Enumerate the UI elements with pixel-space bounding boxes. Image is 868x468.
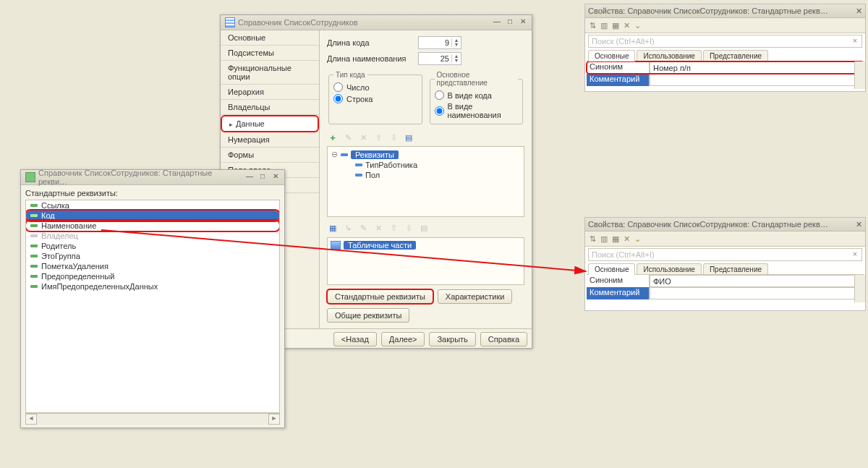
clear-icon[interactable]: ✕ — [624, 234, 630, 244]
edit-icon[interactable]: ✎ — [342, 132, 354, 143]
back-button[interactable]: <Назад — [333, 332, 377, 346]
synonym-value[interactable]: Номер п/п — [650, 61, 864, 74]
up-icon[interactable]: ⇧ — [388, 223, 399, 234]
radio-as-code[interactable]: В виде кода — [435, 90, 519, 100]
characteristics-button[interactable]: Характеристики — [438, 289, 513, 304]
minimize-button[interactable]: — — [491, 17, 503, 27]
sort-icon[interactable]: ⇅ — [590, 21, 596, 30]
row-synonym[interactable]: Синоним Номер п/п — [587, 61, 864, 74]
spinner-arrows[interactable]: ▲▼ — [451, 54, 461, 63]
down-icon[interactable]: ⇩ — [403, 223, 414, 234]
close-button[interactable]: ✕ — [270, 172, 281, 182]
h-scrollbar[interactable]: ◄ ► — [25, 413, 280, 425]
filter-icon[interactable]: ▥ — [600, 234, 608, 244]
prop-search[interactable]: Поиск (Ctrl+Alt+I) × — [588, 248, 862, 261]
tab-main[interactable]: Основные — [588, 263, 635, 275]
name-len-spinner[interactable]: 25 ▲▼ — [418, 52, 461, 65]
close-icon[interactable]: ✕ — [856, 220, 862, 229]
scroll-left-icon[interactable]: ◄ — [25, 414, 37, 425]
add-tabpart-icon[interactable]: ▦ — [327, 223, 339, 234]
row-synonym[interactable]: Синоним ФИО — [587, 275, 864, 287]
code-len-spinner[interactable]: 9 ▲▼ — [418, 36, 461, 49]
v-scrollbar[interactable] — [854, 61, 865, 89]
delete-icon[interactable]: ✕ — [373, 223, 384, 234]
tree-leaf[interactable]: ТипРаботника — [355, 161, 521, 169]
synonym-value[interactable]: ФИО — [650, 275, 864, 287]
scroll-right-icon[interactable]: ► — [268, 414, 280, 425]
next-button[interactable]: Далее> — [381, 332, 425, 346]
nav-item-funcopt[interactable]: Функциональные опции — [221, 61, 319, 85]
nav-item-numbering[interactable]: Нумерация — [221, 132, 319, 148]
edit-icon[interactable]: ✎ — [357, 223, 369, 234]
radio-as-name[interactable]: В виде наименования — [435, 102, 519, 119]
tab-usage[interactable]: Использование — [637, 50, 701, 61]
delete-icon[interactable]: ✕ — [357, 132, 369, 143]
close-button[interactable]: ✕ — [517, 17, 529, 27]
tree-leaf[interactable]: Пол — [355, 171, 521, 179]
v-scrollbar[interactable] — [854, 275, 865, 302]
spinner-arrows[interactable]: ▲▼ — [451, 38, 461, 47]
nav-item-data[interactable]: Данные — [221, 115, 319, 132]
clear-icon[interactable]: ✕ — [624, 21, 630, 30]
tree-minus-icon[interactable]: ⊖ — [331, 150, 338, 159]
list-item[interactable]: Ссылка — [26, 200, 279, 210]
nav-item-hierarchy[interactable]: Иерархия — [221, 85, 319, 100]
list-item[interactable]: ПометкаУдаления — [26, 261, 279, 271]
radio-string-input[interactable] — [333, 94, 343, 103]
chevron-down-icon[interactable]: ⌄ — [634, 234, 641, 244]
radio-number[interactable]: Число — [333, 82, 417, 92]
list-item[interactable]: Владелец — [26, 231, 279, 241]
minimize-button[interactable]: — — [244, 172, 255, 182]
sort-icon[interactable]: ⇅ — [590, 234, 596, 244]
tab-presentation[interactable]: Представление — [703, 263, 768, 275]
list-item[interactable]: ИмяПредопределенныхДанных — [26, 281, 279, 292]
left-titlebar[interactable]: Справочник СписокСотрудников: Стандартны… — [21, 170, 284, 185]
filter-icon[interactable]: ▥ — [600, 21, 608, 30]
chevron-down-icon[interactable]: ⌄ — [634, 21, 641, 30]
row-comment[interactable]: Комментарий — [587, 287, 864, 299]
std-attrs-list[interactable]: СсылкаКодНаименованиеВладелецРодительЭто… — [25, 200, 280, 413]
comment-value[interactable] — [650, 287, 864, 299]
main-titlebar[interactable]: Справочник СписокСотрудников — □ ✕ — [221, 15, 532, 30]
nav-item-owners[interactable]: Владельцы — [221, 100, 319, 115]
prop-titlebar[interactable]: Свойства: Справочник СписокСотрудников: … — [585, 218, 865, 231]
attrs-root-label[interactable]: Реквизиты — [351, 150, 399, 159]
list-item[interactable]: Код — [26, 210, 279, 221]
list-item[interactable]: Предопределенный — [26, 271, 279, 281]
prop-search[interactable]: Поиск (Ctrl+Alt+I) × — [588, 35, 862, 48]
tabparts-root-label[interactable]: Табличные части — [344, 241, 416, 250]
list-item[interactable]: Родитель — [26, 241, 279, 251]
row-comment[interactable]: Комментарий — [587, 74, 864, 86]
common-attrs-button[interactable]: Общие реквизиты — [327, 308, 409, 323]
close-icon[interactable]: ✕ — [856, 7, 862, 16]
search-clear-icon[interactable]: × — [850, 249, 860, 259]
tab-main[interactable]: Основные — [588, 50, 635, 61]
maximize-button[interactable]: □ — [257, 172, 268, 182]
add-icon[interactable]: + — [327, 132, 339, 143]
nav-item-subsystems[interactable]: Подсистемы — [221, 46, 319, 61]
nav-item-main[interactable]: Основные — [221, 30, 319, 46]
categories-icon[interactable]: ▦ — [612, 21, 619, 30]
help-button[interactable]: Справка — [480, 332, 527, 346]
close-button[interactable]: Закрыть — [429, 332, 475, 346]
radio-number-input[interactable] — [333, 82, 343, 92]
sort-icon[interactable]: ▤ — [403, 132, 414, 143]
list-item[interactable]: ЭтоГруппа — [26, 251, 279, 261]
prop-titlebar[interactable]: Свойства: Справочник СписокСотрудников: … — [585, 4, 865, 18]
attrs-tree[interactable]: ⊖ Реквизиты ТипРаботника Пол — [327, 146, 524, 217]
tab-usage[interactable]: Использование — [637, 263, 701, 275]
nav-item-forms[interactable]: Формы — [221, 148, 319, 163]
add-col-icon[interactable]: ↳ — [342, 223, 354, 234]
up-icon[interactable]: ⇧ — [373, 132, 384, 143]
radio-as-name-input[interactable] — [435, 106, 444, 116]
tab-presentation[interactable]: Представление — [703, 50, 768, 61]
std-attrs-button[interactable]: Стандартные реквизиты — [327, 289, 433, 304]
maximize-button[interactable]: □ — [504, 17, 516, 27]
list-item[interactable]: Наименование — [26, 221, 279, 231]
comment-value[interactable] — [650, 74, 864, 86]
sort-icon[interactable]: ▤ — [418, 223, 430, 234]
categories-icon[interactable]: ▦ — [612, 234, 619, 244]
down-icon[interactable]: ⇩ — [388, 132, 399, 143]
search-clear-icon[interactable]: × — [850, 35, 860, 46]
tabparts-tree[interactable]: Табличные части — [327, 237, 524, 285]
